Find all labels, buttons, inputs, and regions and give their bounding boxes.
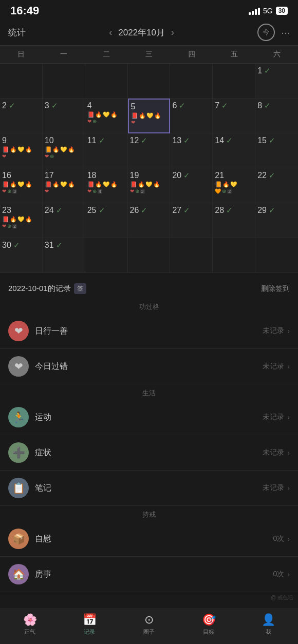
day-number: 25 [87,205,97,215]
calendar-cell[interactable]: 30✓ [0,238,43,273]
record-status-text: 未记录 [263,483,284,493]
calendar-cell [43,64,85,99]
day-number: 17 [45,170,54,180]
record-status: 未记录› [263,483,290,493]
calendar-cell[interactable]: 6✓ [170,99,213,133]
weekday-label: 五 [213,46,255,63]
day-number: 30 [2,240,11,250]
day-number-row: 24✓ [45,205,83,215]
category-label: 功过格 [0,298,298,314]
cell-icons: 📕🔥💛🔥 [131,112,167,119]
checkmark-icon: ✓ [183,206,190,215]
stat-label[interactable]: 统计 [8,27,26,38]
calendar-cell[interactable]: 8✓ [255,99,298,133]
nav-item-我[interactable]: 👤我 [253,613,284,636]
day-number: 19 [130,170,139,180]
calendar-cell[interactable]: 7✓ [213,99,255,133]
bottom-badge: 4 [98,189,102,194]
calendar-cell[interactable]: 3✓ [43,99,85,133]
header-actions: 今 ··· [257,24,290,41]
records-title: 2022-10-01的记录 签 [8,283,86,294]
calendar-cell[interactable]: 2✓ [0,99,43,133]
day-number-row: 22✓ [257,170,296,180]
calendar-cell[interactable]: 28✓ [213,203,255,238]
day-number: 29 [257,205,267,215]
calendar-cell[interactable]: 4📕🔥💛🔥❤⊕ [85,99,128,133]
record-icon: 📦 [8,529,29,549]
record-status-text: 未记录 [263,448,284,457]
today-button[interactable]: 今 [257,24,275,41]
nav-item-记录[interactable]: 📅记录 [74,613,105,636]
calendar-cell[interactable]: 12✓ [128,133,171,168]
calendar-cell[interactable]: 17📕🔥💛🔥❤ [43,168,85,203]
next-month-button[interactable]: › [171,27,174,38]
record-name: 自慰 [35,534,51,544]
calendar-cell[interactable]: 21📙🔥💛🧡⊕2 [213,168,255,203]
calendar-cell[interactable]: 10📙🔥💛🔥❤⊕ [43,133,85,168]
cell-icons: 📕🔥💛🔥 [2,181,40,187]
calendar-cell[interactable]: 13✓ [170,133,213,168]
calendar-cell[interactable]: 9📕🔥💛🔥❤ [0,133,43,168]
calendar-cell[interactable]: 31✓ [43,238,85,273]
cell-icons: 📕🔥💛🔥 [45,181,83,187]
record-status-text: 0次 [273,570,285,579]
cell-icons: 📕🔥💛🔥 [87,181,125,187]
record-status: 0次› [273,570,290,579]
record-status-text: 未记录 [263,413,284,422]
calendar-cell [213,64,255,99]
record-icon: 🏃 [8,407,29,427]
cell-icon: 📕 [2,216,9,222]
cell-icon: 🔥 [68,181,75,187]
record-item[interactable]: 📋笔记未记录› [0,471,298,506]
calendar-cell[interactable]: 25✓ [85,203,128,238]
record-left: 🏃运动 [8,407,51,427]
calendar-cell[interactable]: 11✓ [85,133,128,168]
record-item[interactable]: 📦自慰0次› [0,521,298,557]
cell-icon: 🔥 [52,181,60,187]
calendar-cell[interactable]: 29✓ [255,203,298,238]
calendar-cell[interactable]: 5📕🔥💛🔥❤ [128,99,171,133]
calendar-cell[interactable]: 27✓ [170,203,213,238]
calendar-cell[interactable]: 22✓ [255,168,298,203]
cell-icon: 💛 [17,146,25,152]
cell-icon: 🔥 [110,111,118,118]
bottom-badge: 3 [140,189,145,194]
calendar-cell[interactable]: 1✓ [255,64,298,99]
cell-icon: 💛 [145,181,153,187]
nav-item-正气[interactable]: 🌸正气 [14,613,45,636]
calendar-cell[interactable]: 18📕🔥💛🔥❤⊕4 [85,168,128,203]
calendar-cell[interactable]: 23📕🔥💛🔥❤⊕2 [0,203,43,238]
record-item[interactable]: ❤今日过错未记录› [0,349,298,384]
cell-icon: 🔥 [10,181,17,187]
calendar-cell[interactable]: 26✓ [128,203,171,238]
record-item[interactable]: ❤日行一善未记录› [0,314,298,349]
day-number-row: 31✓ [45,240,83,250]
checkmark-icon: ✓ [141,136,147,145]
calendar-cell[interactable]: 14✓ [213,133,255,168]
record-status: 0次› [273,534,290,543]
nav-item-目标[interactable]: 🎯目标 [193,613,224,636]
record-status-text: 未记录 [263,326,284,336]
nav-item-圈子[interactable]: ⊙圈子 [134,613,164,636]
cell-icon: 🔥 [10,216,17,222]
cell-bottom-row: ❤ [131,120,167,125]
more-button[interactable]: ··· [281,27,290,38]
tag-badge[interactable]: 签 [74,283,86,294]
record-item[interactable]: 🏠房事0次› [0,557,298,592]
prev-month-button[interactable]: ‹ [109,27,112,38]
calendar-cell[interactable]: 16📕🔥💛🔥❤⊕3 [0,168,43,203]
bottom-icon: ❤ [45,153,49,159]
cell-bottom-row: 🧡⊕2 [215,188,253,194]
calendar-cell[interactable]: 19📕🔥💛🔥❤⊕3 [128,168,171,203]
checkmark-icon: ✓ [56,206,63,215]
calendar-cell[interactable]: 24✓ [43,203,85,238]
cell-icon: 📕 [87,181,95,187]
record-item[interactable]: ➕症状未记录› [0,435,298,471]
record-item[interactable]: 🏃运动未记录› [0,400,298,435]
calendar-cell[interactable]: 15✓ [255,133,298,168]
day-number-row: 4 [87,101,125,110]
record-icon: ➕ [8,442,29,463]
delete-action[interactable]: 删除签到 [261,284,290,294]
checkmark-icon: ✓ [141,206,147,215]
calendar-cell[interactable]: 20✓ [170,168,213,203]
